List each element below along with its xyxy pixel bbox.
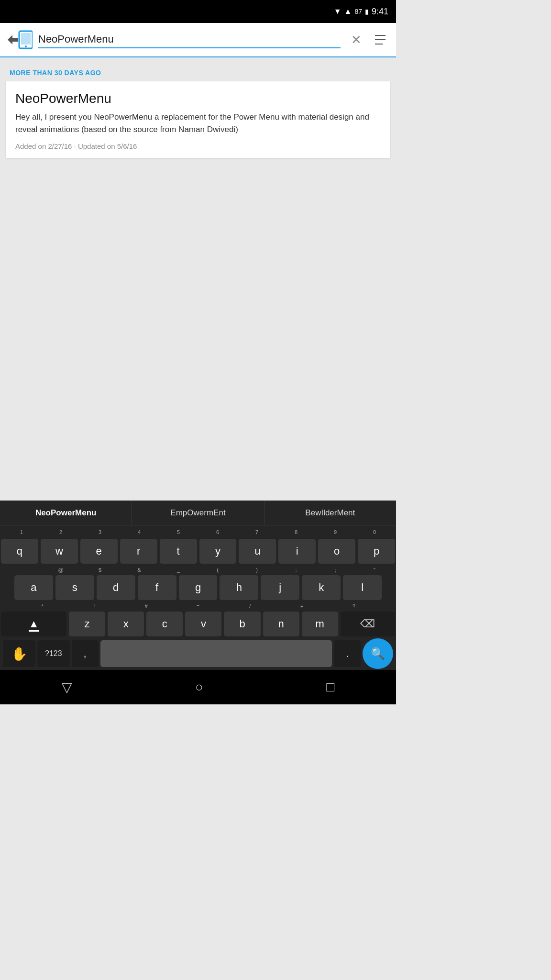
key-x[interactable]: x (108, 612, 144, 636)
sym-question[interactable]: ? (328, 601, 380, 612)
key-r[interactable]: r (120, 539, 157, 564)
home-icon: ○ (195, 679, 203, 695)
empty-space (0, 166, 396, 319)
gesture-icon: ✋ (11, 646, 28, 662)
key-i[interactable]: i (278, 539, 316, 564)
key-u[interactable]: u (239, 539, 276, 564)
result-meta: Added on 2/27/16 · Updated on 5/6/16 (15, 142, 381, 150)
key-z[interactable]: z (69, 612, 105, 636)
home-button[interactable]: ○ (191, 676, 207, 699)
key-g[interactable]: g (179, 575, 218, 600)
result-card[interactable]: NeoPowerMenu Hey all, I present you NeoP… (6, 81, 390, 158)
result-title: NeoPowerMenu (15, 91, 381, 106)
backspace-key[interactable]: ⌫ (341, 612, 395, 636)
sym-hash[interactable]: # (120, 601, 172, 612)
svg-marker-0 (8, 35, 18, 45)
sym-slash[interactable]: / (224, 601, 276, 612)
key-y[interactable]: y (199, 539, 237, 564)
logo-svg (8, 29, 33, 50)
num-3[interactable]: 3 (80, 525, 120, 539)
sym-excl[interactable]: ! (68, 601, 121, 612)
key-p[interactable]: p (358, 539, 395, 564)
period-key[interactable]: . (334, 640, 361, 667)
key-k[interactable]: k (302, 575, 341, 600)
filter-button[interactable] (372, 32, 388, 47)
shift-key[interactable]: ▲ (1, 612, 66, 636)
autocomplete-item-1[interactable]: EmpOwermEnt (132, 501, 264, 525)
key-v[interactable]: v (185, 612, 221, 636)
back-button[interactable]: ▽ (58, 676, 76, 699)
clear-icon: ✕ (351, 33, 362, 47)
key-b[interactable]: b (224, 612, 260, 636)
clear-button[interactable]: ✕ (346, 31, 366, 49)
key-h[interactable]: h (220, 575, 258, 600)
search-input[interactable] (38, 31, 341, 47)
key-w[interactable]: w (41, 539, 78, 564)
period-label: . (346, 647, 349, 660)
num-1[interactable]: 1 (2, 525, 41, 539)
key-o[interactable]: o (318, 539, 355, 564)
autocomplete-item-0[interactable]: NeoPowerMenu (0, 501, 132, 525)
status-icons: ▼ ▲ 87 ▮ 9:41 (334, 7, 388, 17)
key-l[interactable]: l (343, 575, 382, 600)
search-input-wrapper (38, 31, 341, 48)
num-0[interactable]: 0 (355, 525, 394, 539)
sym-amp[interactable]: & (120, 565, 159, 575)
result-description: Hey all, I present you NeoPowerMenu a re… (15, 111, 381, 135)
content-area: MORE THAN 30 DAYS AGO NeoPowerMenu Hey a… (0, 57, 396, 166)
autocomplete-item-2[interactable]: BewIlderMent (264, 501, 396, 525)
key-f[interactable]: f (138, 575, 176, 600)
key-t[interactable]: t (160, 539, 197, 564)
key-a[interactable]: a (14, 575, 53, 600)
sym-eq[interactable]: = (172, 601, 224, 612)
num-4[interactable]: 4 (120, 525, 159, 539)
backspace-icon: ⌫ (360, 618, 375, 630)
sym-colon[interactable]: : (276, 565, 316, 575)
key-d[interactable]: d (97, 575, 135, 600)
bottom-row: ✋ ?123 , . 🔍 (0, 637, 396, 670)
sym-lparen[interactable]: ( (198, 565, 237, 575)
num-2[interactable]: 2 (41, 525, 80, 539)
sym-quote[interactable]: " (355, 565, 394, 575)
sym-star[interactable]: * (16, 601, 68, 612)
recents-icon: □ (326, 679, 334, 695)
num123-label: ?123 (45, 649, 62, 658)
gesture-key[interactable]: ✋ (3, 640, 35, 667)
number-row: 1 2 3 4 5 6 7 8 9 0 (0, 525, 396, 539)
key-q[interactable]: q (1, 539, 38, 564)
num-8[interactable]: 8 (276, 525, 316, 539)
key-c[interactable]: c (146, 612, 183, 636)
symbol-row-2: * ! # = / + ? (0, 601, 396, 612)
app-logo[interactable] (8, 27, 33, 52)
num123-key[interactable]: ?123 (37, 640, 70, 667)
sym-rparen[interactable]: ) (237, 565, 276, 575)
num-5[interactable]: 5 (159, 525, 198, 539)
battery-icon: ▮ (365, 8, 369, 15)
battery-level: 87 (354, 8, 362, 15)
back-icon: ▽ (62, 679, 72, 695)
section-label: MORE THAN 30 DAYS AGO (0, 65, 396, 81)
search-bar: ✕ (0, 23, 396, 57)
num-6[interactable]: 6 (198, 525, 237, 539)
comma-key[interactable]: , (72, 640, 99, 667)
svg-rect-2 (21, 33, 31, 45)
recents-button[interactable]: □ (322, 676, 338, 699)
key-row-2: a s d f g h j k l (0, 575, 396, 600)
key-e[interactable]: e (80, 539, 118, 564)
key-j[interactable]: j (261, 575, 299, 600)
filter-icon (375, 34, 386, 45)
sym-dollar[interactable]: $ (80, 565, 120, 575)
sym-semi[interactable]: ; (316, 565, 355, 575)
sym-underscore[interactable]: _ (159, 565, 198, 575)
num-9[interactable]: 9 (316, 525, 355, 539)
key-n[interactable]: n (263, 612, 299, 636)
search-enter-button[interactable]: 🔍 (363, 638, 393, 669)
key-s[interactable]: s (55, 575, 94, 600)
key-row-3: ▲ z x c v b n m ⌫ (0, 612, 396, 636)
symbol-row-1: @ $ & _ ( ) : ; " (0, 565, 396, 575)
num-7[interactable]: 7 (237, 525, 276, 539)
sym-plus[interactable]: + (276, 601, 328, 612)
sym-at[interactable]: @ (41, 565, 80, 575)
spacebar-key[interactable] (100, 640, 332, 667)
key-m[interactable]: m (302, 612, 338, 636)
